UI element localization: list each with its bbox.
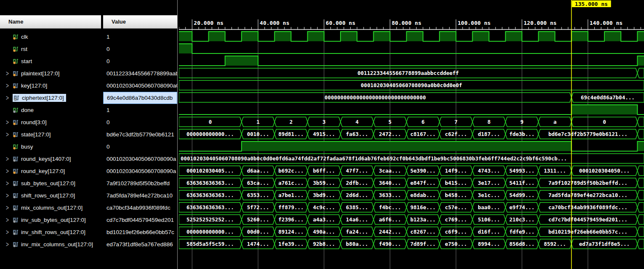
bus-value-text: 7a9f102789d5f50b2beffd...: [548, 180, 628, 186]
bus-value-text: 5e390...: [410, 168, 436, 174]
expander-icon[interactable]: >: [6, 131, 13, 138]
bus-value-text: bd6e7c3df2b5779e0b6121...: [548, 131, 628, 137]
bus-value-text: fde3b...: [509, 131, 535, 137]
expander-icon[interactable]: >: [6, 82, 13, 89]
value-cell-mix_columns_out[interactable]: ca70bcf34ab9936f089fdc: [103, 202, 177, 214]
signal-row-inv_shift_rows_out[interactable]: > inv_shift_rows_out[127:0]: [0, 226, 101, 238]
expander-icon[interactable]: >: [6, 204, 13, 211]
bus-value-text: 3bd9...: [313, 192, 335, 198]
bus-value-text: 00112233445566778899aabbccddeeff: [357, 70, 459, 76]
name-column-header[interactable]: Name: [0, 15, 101, 29]
waveform-canvas[interactable]: 20.000 ns40.000 ns60.000 ns80.000 ns100.…: [179, 0, 644, 269]
bus-signal-icon: [13, 156, 19, 162]
signal-value-text: bd10219ef26eb66e0bb57c: [106, 229, 174, 235]
expander-icon[interactable]: >: [6, 228, 13, 236]
value-cell-ciphertext[interactable]: 69c4e0d86a7b0430d8cdb: [103, 92, 177, 104]
wave-clk[interactable]: [179, 32, 644, 41]
bus-value-text: c8267...: [410, 229, 436, 235]
bus-value-text: 585d5a5f5c59...: [186, 241, 234, 247]
expander-icon[interactable]: >: [6, 155, 13, 162]
signal-row-clk[interactable]: clk: [0, 31, 101, 43]
value-cell-rst[interactable]: 0: [103, 43, 177, 55]
bus-value-text: 00d0...: [247, 229, 269, 235]
signal-value-text: 0: [106, 58, 110, 64]
bus-value-text: 54993...: [509, 168, 535, 174]
bus-value-text: b415...: [445, 180, 467, 186]
bus-value-text: 2472...: [379, 131, 401, 137]
signal-row-key[interactable]: > key[127:0]: [0, 80, 101, 92]
scalar-signal-icon: [13, 107, 19, 113]
signal-row-shift_rows_out[interactable]: > shift_rows_out[127:0]: [0, 189, 101, 202]
value-cell-round_keys[interactable]: 000102030405060708090a: [103, 153, 177, 165]
signal-row-plaintext[interactable]: > plaintext[127:0]: [0, 67, 101, 80]
expander-icon[interactable]: >: [6, 192, 13, 199]
ruler-tick-label: 140.000 ns: [590, 20, 623, 26]
signal-row-inv_mix_columns_out[interactable]: > inv_mix_columns_out[127:0]: [0, 238, 101, 250]
signal-value-panel: Value 10000112233445566778899aabbccddeef…: [103, 0, 178, 269]
signal-row-rst[interactable]: rst: [0, 43, 101, 55]
signal-value-text: cd7c7bdf044579459ed201: [106, 217, 174, 223]
bus-signal-icon: [13, 180, 19, 186]
bus-value-text: fa63...: [346, 131, 368, 137]
bus-value-text: ff879...: [278, 204, 303, 210]
bus-value-text: c8167...: [410, 131, 436, 137]
value-cell-round_key[interactable]: 000102030405060708090a: [103, 165, 177, 177]
bus-value-text: 2442...: [379, 229, 401, 235]
signal-name-list: clk rst start> plaintext[127:0]> key[127…: [0, 31, 101, 250]
signal-row-round_key[interactable]: > round_key[127:0]: [0, 165, 101, 177]
expander-icon[interactable]: >: [6, 240, 13, 248]
bus-value-text: f2396...: [278, 216, 303, 223]
bus-value-text: e750...: [445, 241, 467, 247]
signal-row-inv_sub_bytes_out[interactable]: > inv_sub_bytes_out[127:0]: [0, 214, 101, 226]
bus-value-text: 4915...: [313, 131, 335, 137]
expander-icon[interactable]: >: [6, 167, 13, 175]
bus-value-text: d187...: [478, 131, 500, 137]
bus-value-text: c6f9...: [445, 229, 467, 235]
signal-value-text: 69c4e0d86a7b0430d8cdb: [107, 95, 173, 101]
value-cell-shift_rows_out[interactable]: 7ad5fda789ef4e272bca10: [103, 189, 177, 202]
signal-row-done[interactable]: done: [0, 104, 101, 116]
signal-value-text: 1: [106, 107, 110, 113]
bus-value-text: 3: [322, 119, 326, 125]
bus-value-text: 14f9...: [445, 168, 467, 174]
value-cell-key[interactable]: 000102030405060708090a0b0c0d0e0f: [103, 80, 177, 92]
bus-value-text: c62f...: [445, 131, 467, 137]
bus-value-text: 0010...: [247, 131, 269, 137]
signal-row-busy[interactable]: busy: [0, 141, 101, 153]
value-cell-plaintext[interactable]: 00112233445566778899aabbccddeeff: [103, 67, 177, 80]
signal-row-round[interactable]: > round[3:0]: [0, 116, 101, 128]
signal-value-text: ca70bcf34ab9936f089fdc: [106, 205, 170, 211]
value-column-header[interactable]: Value: [103, 15, 177, 29]
signal-row-start[interactable]: start: [0, 55, 101, 67]
signal-row-state[interactable]: > state[127:0]: [0, 128, 101, 141]
value-cell-round[interactable]: 0: [103, 116, 177, 128]
value-cell-inv_mix_columns_out[interactable]: ed7a73f1df8e5a767ed886: [103, 238, 177, 250]
value-cell-inv_shift_rows_out[interactable]: bd10219ef26eb66e0bb57c: [103, 226, 177, 238]
expander-icon[interactable]: >: [6, 179, 13, 187]
value-cell-inv_sub_bytes_out[interactable]: cd7c7bdf044579459ed201: [103, 214, 177, 226]
value-cell-state[interactable]: bd6e7c3df2b5779e0b6121: [103, 128, 177, 141]
value-cell-clk[interactable]: 1: [103, 31, 177, 43]
bus-value-text: a7be1...: [278, 192, 303, 198]
value-cell-start[interactable]: 0: [103, 55, 177, 67]
bus-value-text: 0: [209, 119, 212, 125]
bus-value-text: bd10219ef26eb66e0bb57c...: [548, 229, 628, 235]
bus-value-text: 636363636363...: [186, 204, 234, 210]
expander-icon[interactable]: >: [6, 118, 13, 126]
value-cell-done[interactable]: 1: [103, 104, 177, 116]
bus-value-text: 8994...: [478, 241, 500, 247]
bus-signal-icon: [13, 70, 19, 77]
value-cell-sub_bytes_out[interactable]: 7a9f102789d5f50b2beffd: [103, 177, 177, 189]
signal-row-sub_bytes_out[interactable]: > sub_bytes_out[127:0]: [0, 177, 101, 189]
expander-icon[interactable]: >: [6, 216, 13, 224]
expander-icon[interactable]: >: [6, 69, 13, 77]
signal-name-label: mix_columns_out[127:0]: [21, 205, 82, 211]
signal-row-round_keys[interactable]: > round_keys[1407:0]: [0, 153, 101, 165]
bus-value-text: 2dfb...: [346, 180, 368, 186]
bus-value-text: 1311...: [544, 168, 566, 174]
signal-row-ciphertext[interactable]: > ciphertext[127:0]: [0, 92, 101, 104]
signal-row-mix_columns_out[interactable]: > mix_columns_out[127:0]: [0, 202, 101, 214]
value-cell-busy[interactable]: 0: [103, 141, 177, 153]
signal-value-text: 000102030405060708090a: [106, 156, 176, 162]
expander-icon[interactable]: >: [6, 94, 13, 101]
